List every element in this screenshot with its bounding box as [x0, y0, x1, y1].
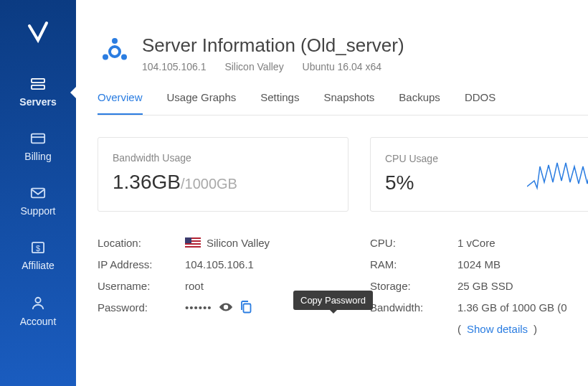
ip-value: 104.105.106.1	[185, 258, 254, 270]
storage-label: Storage:	[370, 280, 457, 292]
bandwidth-title: Bandwidth Usage	[113, 152, 333, 164]
sidebar-item-label: Account	[20, 316, 57, 327]
sidebar-item-account[interactable]: Account	[0, 287, 76, 336]
eye-icon	[218, 301, 234, 313]
sidebar-item-label: Servers	[19, 96, 56, 108]
tab-snapshots[interactable]: Snapshots	[323, 91, 374, 115]
svg-point-9	[112, 38, 118, 44]
tab-settings[interactable]: Settings	[260, 91, 299, 115]
main-content: Server Information (Old_server) 104.105.…	[76, 0, 588, 386]
copy-password-tooltip: Copy Password	[293, 291, 373, 310]
ram-label: RAM:	[370, 258, 457, 270]
show-details-close: )	[534, 323, 537, 335]
dollar-icon: $	[30, 241, 46, 254]
sidebar-item-affiliate[interactable]: $ Affiliate	[0, 232, 76, 280]
svg-rect-1	[32, 85, 44, 89]
show-details-link[interactable]: Show details	[467, 323, 528, 335]
sidebar-item-servers[interactable]: Servers	[0, 69, 76, 116]
ubuntu-icon	[98, 34, 132, 69]
page-title: Server Information (Old_server)	[142, 34, 404, 57]
username-label: Username:	[98, 280, 185, 292]
bandwidth-total: /1000GB	[181, 176, 237, 192]
cpu-label: CPU:	[370, 237, 457, 249]
cpu-value-text: 1 vCore	[457, 237, 495, 249]
mail-icon	[30, 187, 46, 199]
svg-point-10	[121, 55, 127, 60]
svg-point-7	[35, 298, 40, 303]
tab-usage-graphs[interactable]: Usage Graphs	[167, 91, 237, 115]
sidebar-item-label: Support	[20, 205, 55, 217]
username-value: root	[185, 280, 204, 292]
details-left: Location: Silicon Valley IP Address: 104…	[98, 232, 348, 339]
location-label: Location:	[98, 237, 185, 249]
header: Server Information (Old_server) 104.105.…	[98, 34, 588, 72]
password-label: Password:	[98, 301, 185, 314]
svg-rect-16	[185, 237, 191, 243]
bandwidth-label: Bandwidth:	[370, 301, 457, 314]
ram-value: 1024 MB	[457, 258, 501, 270]
logo	[25, 19, 51, 47]
sidebar-item-label: Billing	[24, 151, 51, 162]
details-right: CPU: 1 vCore RAM: 1024 MB Storage: 25 GB…	[370, 232, 588, 339]
svg-rect-15	[185, 245, 201, 246]
sidebar-item-label: Affiliate	[22, 260, 54, 271]
location-value: Silicon Valley	[207, 237, 270, 249]
account-icon	[30, 296, 46, 310]
svg-text:$: $	[36, 244, 40, 253]
header-os: Ubuntu 16.04 x64	[303, 61, 382, 72]
cpu-title: CPU Usage	[385, 153, 438, 164]
tab-bar: Overview Usage Graphs Settings Snapshots…	[98, 91, 588, 116]
servers-icon	[30, 77, 46, 90]
cpu-sparkline	[527, 152, 588, 195]
show-details-open: (	[457, 323, 461, 335]
us-flag-icon	[185, 237, 201, 248]
ip-label: IP Address:	[98, 258, 185, 270]
svg-rect-4	[32, 189, 44, 198]
tab-backups[interactable]: Backups	[399, 91, 440, 115]
copy-password-button[interactable]	[240, 300, 252, 314]
bandwidth-value-text: 1.36 GB of 1000 GB (0	[457, 301, 567, 314]
bandwidth-used: 1.36GB	[113, 171, 181, 193]
tab-ddos[interactable]: DDOS	[465, 91, 495, 115]
svg-rect-17	[243, 304, 250, 313]
header-location: Silicon Valley	[224, 61, 283, 72]
card-icon	[30, 132, 46, 145]
reveal-password-button[interactable]	[218, 301, 234, 313]
password-masked: ••••••	[185, 301, 212, 314]
storage-value: 25 GB SSD	[457, 280, 513, 292]
sidebar-item-billing[interactable]: Billing	[0, 123, 76, 171]
copy-icon	[240, 300, 252, 314]
svg-point-8	[110, 47, 120, 57]
sidebar-item-support[interactable]: Support	[0, 178, 76, 225]
bandwidth-card: Bandwidth Usage 1.36GB/1000GB	[98, 137, 348, 212]
cpu-value: 5%	[385, 171, 438, 194]
sidebar: Servers Billing Support $ Affiliate Acco…	[0, 0, 76, 386]
cpu-card: CPU Usage 5%	[370, 137, 588, 212]
svg-rect-2	[32, 134, 44, 143]
header-ip: 104.105.106.1	[142, 61, 207, 72]
svg-rect-0	[32, 79, 44, 83]
tab-overview[interactable]: Overview	[98, 91, 143, 115]
svg-point-11	[103, 55, 108, 60]
